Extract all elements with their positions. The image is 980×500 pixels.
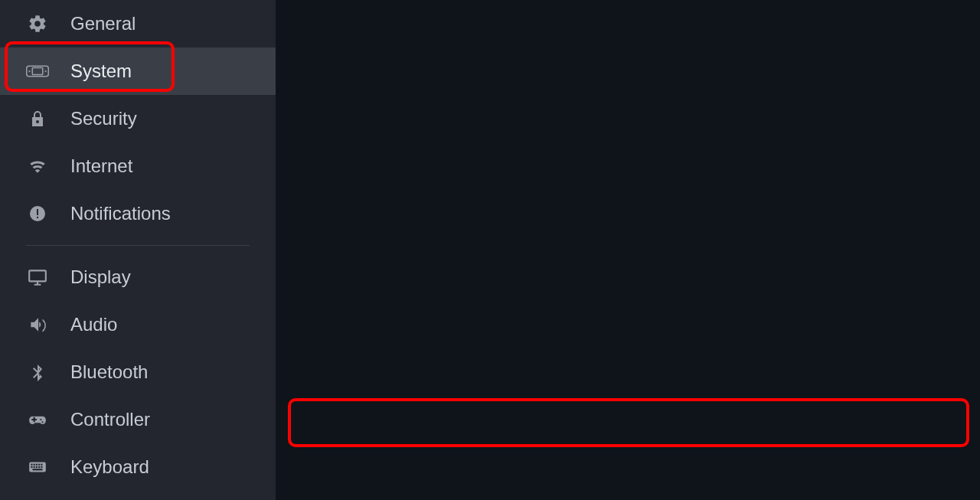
sidebar-item-display[interactable]: Display xyxy=(0,253,276,301)
sidebar-item-label: Display xyxy=(70,266,131,288)
svg-rect-10 xyxy=(34,464,35,466)
sidebar-item-label: Audio xyxy=(70,314,117,335)
display-icon xyxy=(26,266,49,289)
svg-rect-18 xyxy=(41,466,42,468)
sidebar-item-bluetooth[interactable]: Bluetooth xyxy=(0,348,276,396)
svg-rect-11 xyxy=(36,464,38,466)
sidebar-item-security[interactable]: Security xyxy=(0,95,276,142)
sidebar-item-label: Notifications xyxy=(70,203,171,224)
gear-icon xyxy=(26,12,49,35)
sidebar-item-notifications[interactable]: Notifications xyxy=(0,190,276,237)
bluetooth-icon xyxy=(26,361,49,384)
svg-rect-14 xyxy=(31,466,32,468)
svg-rect-16 xyxy=(36,466,38,468)
sidebar-item-label: General xyxy=(70,13,136,34)
lock-icon xyxy=(26,107,49,130)
sidebar-item-label: System xyxy=(70,60,132,82)
controller-icon xyxy=(26,408,49,431)
speaker-icon xyxy=(26,313,49,336)
settings-sidebar: General System Security Internet Notific… xyxy=(0,0,276,500)
svg-rect-7 xyxy=(29,270,46,281)
sidebar-item-general[interactable]: General xyxy=(0,0,276,47)
sidebar-item-controller[interactable]: Controller xyxy=(0,396,276,443)
alert-icon xyxy=(26,202,49,225)
wifi-icon xyxy=(26,155,49,178)
svg-rect-1 xyxy=(32,68,43,75)
svg-rect-5 xyxy=(37,209,38,215)
sidebar-divider xyxy=(26,245,250,246)
svg-rect-17 xyxy=(38,466,40,468)
sidebar-item-label: Keyboard xyxy=(70,456,149,478)
sidebar-item-keyboard[interactable]: Keyboard xyxy=(0,443,276,491)
steamdeck-icon xyxy=(26,60,49,83)
sidebar-item-audio[interactable]: Audio xyxy=(0,301,276,348)
svg-point-2 xyxy=(28,70,30,72)
svg-rect-13 xyxy=(41,464,42,466)
sidebar-item-label: Controller xyxy=(70,409,150,430)
svg-rect-6 xyxy=(37,217,38,218)
svg-rect-12 xyxy=(38,464,40,466)
svg-point-3 xyxy=(44,70,46,72)
sidebar-item-label: Internet xyxy=(70,155,132,177)
sidebar-item-label: Security xyxy=(70,108,137,129)
svg-rect-19 xyxy=(33,469,43,470)
sidebar-item-internet[interactable]: Internet xyxy=(0,142,276,190)
svg-rect-15 xyxy=(34,466,35,468)
svg-rect-9 xyxy=(31,464,32,466)
sidebar-item-system[interactable]: System xyxy=(0,47,276,95)
annotation-controller-id xyxy=(288,398,969,447)
sidebar-item-label: Bluetooth xyxy=(70,361,148,383)
keyboard-icon xyxy=(26,456,49,479)
